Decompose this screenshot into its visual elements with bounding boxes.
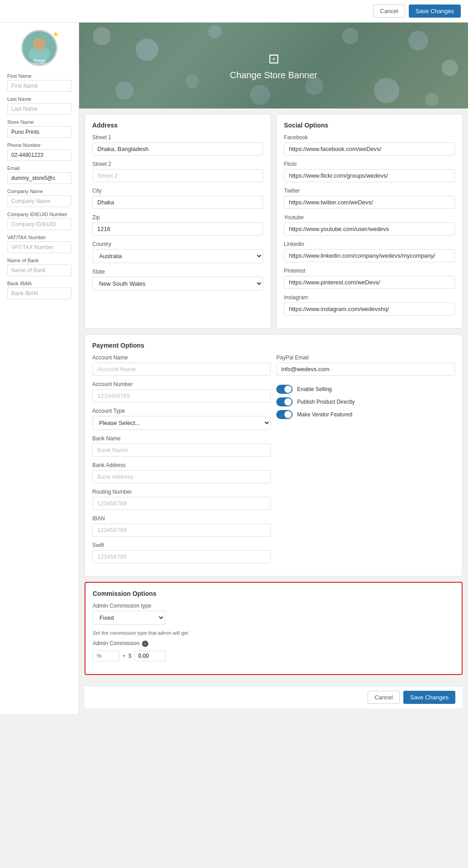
- sidebar-field-9: Bank IBAN: [7, 281, 71, 299]
- address-label-city: City: [92, 188, 263, 194]
- commission-type-select[interactable]: Fixed: [93, 611, 165, 625]
- sidebar-field-6: Company ID/EUID Number: [7, 212, 71, 230]
- commission-amount-input[interactable]: [134, 651, 166, 661]
- sidebar-field-0: First Name: [7, 73, 71, 92]
- payment-input-bank-address[interactable]: [92, 470, 271, 483]
- payment-select-acct-type[interactable]: Please Select...: [92, 416, 271, 430]
- state-select[interactable]: New South Wales: [92, 277, 263, 291]
- payment-label-acct-type: Account Type: [92, 408, 271, 414]
- info-icon[interactable]: i: [142, 641, 148, 647]
- commission-type-group: Admin Commission type Fixed: [93, 603, 454, 625]
- sidebar-input-0[interactable]: [7, 80, 71, 92]
- sidebar-input-3[interactable]: [7, 149, 71, 161]
- sidebar-field-5: Company Name: [7, 189, 71, 207]
- svg-point-2: [33, 38, 46, 50]
- social-input-4[interactable]: [284, 249, 455, 262]
- payment-section: Payment Options Account NameAccount Numb…: [85, 334, 463, 576]
- sidebar-label-0: First Name: [7, 73, 71, 79]
- top-save-button[interactable]: Save Changes: [409, 5, 461, 18]
- payment-left: Account NameAccount NumberAccount TypePl…: [92, 354, 271, 569]
- svg-point-14: [250, 85, 270, 105]
- toggle-2[interactable]: [276, 410, 293, 419]
- svg-point-8: [408, 31, 428, 51]
- social-input-3[interactable]: [284, 222, 455, 236]
- social-field-0: Facebook: [284, 134, 455, 156]
- address-input-city[interactable]: [92, 196, 263, 209]
- social-input-0[interactable]: [284, 142, 455, 156]
- top-cancel-button[interactable]: Cancel: [373, 5, 405, 18]
- bottom-bar: Cancel Save Changes: [85, 686, 463, 708]
- payment-input-acct-number[interactable]: [92, 389, 271, 402]
- payment-label-iban: IBAN: [92, 515, 271, 522]
- social-field-4: Linkedin: [284, 241, 455, 262]
- sidebar-input-7[interactable]: [7, 241, 71, 253]
- main-layout: ★ Change Store Photo First NameLast Name…: [0, 23, 468, 714]
- address-input-street1[interactable]: [92, 142, 263, 156]
- social-label-1: Flickr: [284, 161, 455, 167]
- sidebar-input-9[interactable]: [7, 288, 71, 299]
- sidebar-input-8[interactable]: [7, 264, 71, 276]
- address-field-street1: Street 1: [92, 134, 263, 156]
- sidebar-input-4[interactable]: [7, 172, 71, 184]
- address-label-street1: Street 1: [92, 134, 263, 141]
- bottom-cancel-button[interactable]: Cancel: [368, 691, 399, 704]
- country-select[interactable]: Australia: [92, 249, 263, 263]
- sidebar-field-8: Name of Bank: [7, 258, 71, 276]
- toggle-0[interactable]: [276, 385, 293, 394]
- social-label-5: Pinterest: [284, 268, 455, 274]
- payment-input-iban[interactable]: [92, 524, 271, 537]
- social-input-6[interactable]: [284, 302, 455, 316]
- sidebar-input-1[interactable]: [7, 103, 71, 115]
- social-title: Social Options: [284, 122, 455, 129]
- payment-label-acct-number: Account Number: [92, 381, 271, 387]
- address-input-zip[interactable]: [92, 222, 263, 236]
- social-input-5[interactable]: [284, 276, 455, 289]
- sidebar-field-7: VAT/TAX Number: [7, 235, 71, 253]
- payment-input-bank-name[interactable]: [92, 443, 271, 457]
- sidebar-field-4: Email: [7, 165, 71, 184]
- address-field-city: City: [92, 188, 263, 209]
- payment-right: PayPal Email Enable SellingPublish Produ…: [276, 354, 455, 569]
- payment-cols: Account NameAccount NumberAccount TypePl…: [92, 354, 455, 569]
- banner-icon: ⊡: [268, 51, 279, 66]
- sidebar-input-2[interactable]: [7, 126, 71, 138]
- social-input-2[interactable]: [284, 196, 455, 209]
- sidebar-input-5[interactable]: [7, 195, 71, 207]
- toggle-label-0: Enable Selling: [297, 386, 332, 392]
- payment-label-swift: Swift: [92, 542, 271, 548]
- toggle-label-2: Make Vendor Featured: [297, 411, 352, 418]
- payment-label-bank-name: Bank Name: [92, 435, 271, 442]
- sidebar-field-1: Last Name: [7, 96, 71, 115]
- banner-area[interactable]: ⊡ Change Store Banner: [79, 23, 468, 108]
- toggle-1[interactable]: [276, 397, 293, 406]
- avatar[interactable]: Change Store Photo: [21, 30, 57, 66]
- commission-percent-input[interactable]: [93, 651, 120, 661]
- social-input-1[interactable]: [284, 169, 455, 182]
- payment-input-acct-name[interactable]: [92, 363, 271, 376]
- svg-point-10: [374, 78, 399, 103]
- sidebar-input-6[interactable]: [7, 218, 71, 230]
- payment-input-routing[interactable]: [92, 497, 271, 510]
- sidebar-label-1: Last Name: [7, 96, 71, 102]
- address-field-zip: Zip: [92, 214, 263, 236]
- address-label-street2: Street 2: [92, 161, 263, 167]
- address-title: Address: [92, 122, 263, 129]
- payment-label-acct-name: Account Name: [92, 354, 271, 361]
- bottom-save-button[interactable]: Save Changes: [403, 691, 455, 704]
- address-input-street2[interactable]: [92, 169, 263, 182]
- paypal-input[interactable]: [276, 363, 455, 376]
- svg-point-9: [442, 60, 458, 76]
- paypal-field-group: PayPal Email: [276, 354, 455, 376]
- social-field-2: Twitter: [284, 188, 455, 209]
- payment-field-bank-address: Bank Address: [92, 462, 271, 483]
- payment-field-bank-name: Bank Name: [92, 435, 271, 457]
- commission-inputs-row: + $: [93, 651, 454, 661]
- sidebar-label-8: Name of Bank: [7, 258, 71, 263]
- payment-input-swift[interactable]: [92, 550, 271, 563]
- sidebar: ★ Change Store Photo First NameLast Name…: [0, 23, 79, 714]
- payment-title: Payment Options: [92, 342, 455, 349]
- svg-point-12: [208, 25, 222, 38]
- social-field-1: Flickr: [284, 161, 455, 182]
- avatar-area: ★ Change Store Photo: [7, 30, 71, 66]
- state-field-group: State New South Wales: [92, 269, 263, 291]
